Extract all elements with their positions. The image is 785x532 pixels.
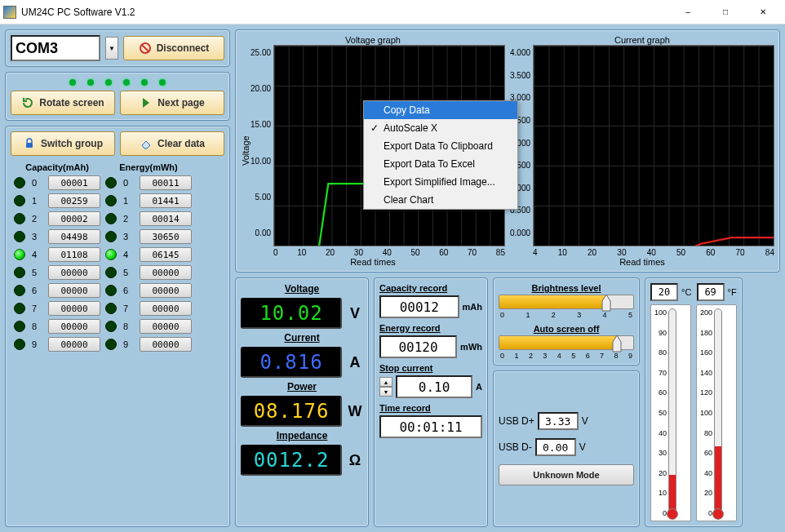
nav-panel: Rotate screen Next page [5, 72, 230, 121]
group-indicator[interactable] [14, 285, 25, 296]
group-indicator[interactable] [14, 267, 25, 278]
group-capacity: 00000 [48, 337, 100, 352]
svg-rect-1 [26, 143, 33, 148]
disconnect-icon [139, 42, 152, 55]
chart-context-menu: Copy Data✓AutoScale XExport Data To Clip… [363, 100, 518, 210]
screenoff-slider[interactable] [499, 335, 634, 350]
com-port-dropdown[interactable]: ▼ [105, 37, 118, 60]
status-leds [11, 78, 224, 87]
minimize-button[interactable]: – [669, 0, 707, 24]
group-energy: 06145 [140, 247, 192, 262]
group-indicator[interactable] [105, 339, 117, 350]
group-indicator[interactable] [105, 213, 117, 224]
group-indicator[interactable] [105, 177, 117, 188]
com-port-display: COM3 [11, 35, 100, 61]
thermometer-celsius: 1009080706050403020100 [654, 308, 687, 517]
titlebar: UM24C PC Software V1.2 – □ ✕ [0, 0, 785, 24]
group-indicator[interactable] [14, 195, 25, 206]
group-indicator[interactable] [105, 321, 117, 332]
disconnect-button[interactable]: Disconnect [123, 36, 224, 60]
usb-dp-value: 3.33 [538, 412, 579, 430]
rotate-icon [21, 96, 34, 109]
group-energy: 00000 [140, 319, 192, 334]
group-capacity: 04498 [48, 229, 100, 244]
records-panel: Capacity record 00012mAh Energy record 0… [374, 277, 488, 527]
group-capacity: 00002 [48, 211, 100, 226]
brightness-slider[interactable] [499, 295, 634, 309]
group-indicator[interactable] [14, 321, 25, 332]
eraser-icon [140, 137, 153, 150]
rotate-screen-button[interactable]: Rotate screen [11, 91, 115, 115]
close-button[interactable]: ✕ [744, 0, 782, 24]
group-energy: 00000 [140, 301, 192, 316]
group-capacity: 00000 [48, 283, 100, 298]
group-capacity: 01108 [48, 247, 100, 262]
temperature-panel: 20 °C 69 °F 1009080706050403020100 [645, 277, 743, 527]
group-energy: 00000 [140, 337, 192, 352]
brightness-thumb[interactable] [601, 293, 611, 313]
group-capacity: 00259 [48, 193, 100, 208]
group-indicator[interactable] [105, 303, 117, 314]
usb-panel: USB D+3.33V USB D-0.00V Unknown Mode [493, 370, 640, 527]
group-indicator[interactable] [14, 249, 25, 260]
usb-mode-button[interactable]: Unknown Mode [499, 464, 634, 485]
switch-group-button[interactable]: Switch group [11, 131, 115, 156]
group-energy: 01441 [140, 193, 192, 208]
maximize-button[interactable]: □ [707, 0, 744, 24]
capacity-header: Capacity(mAh) [14, 162, 100, 172]
connection-panel: COM3 ▼ Disconnect [5, 29, 230, 67]
energy-header: Energy(mWh) [105, 162, 192, 172]
group-indicator[interactable] [14, 177, 25, 188]
next-page-button[interactable]: Next page [120, 91, 224, 115]
group-indicator[interactable] [105, 267, 117, 278]
current-reading: 0.816 [241, 347, 342, 378]
thermometer-fahrenheit: 200180160140120100806040200 [700, 308, 733, 517]
temp-c-value: 20 [650, 283, 678, 301]
group-indicator[interactable] [105, 249, 117, 260]
group-capacity: 00000 [48, 301, 100, 316]
group-indicator[interactable] [14, 213, 25, 224]
context-menu-item[interactable]: Export Simplified Image... [364, 173, 517, 191]
context-menu-item[interactable]: Clear Chart [364, 191, 517, 209]
context-menu-item[interactable]: Export Data To Clipboard [364, 137, 517, 155]
power-reading: 08.176 [241, 396, 342, 427]
group-indicator[interactable] [14, 339, 25, 350]
group-indicator[interactable] [14, 231, 25, 242]
impedance-reading: 0012.2 [241, 445, 342, 476]
group-energy: 00011 [140, 175, 192, 190]
context-menu-item[interactable]: ✓AutoScale X [364, 119, 517, 137]
group-capacity: 00001 [48, 175, 100, 190]
stop-current-value[interactable]: 0.10 [396, 375, 472, 398]
stop-current-up[interactable]: ▲ [379, 377, 392, 387]
sliders-panel: Brightness level 012345 Auto screen off [493, 277, 640, 366]
temp-f-value: 69 [697, 283, 725, 301]
groups-panel: Switch group Clear data Capacity(mAh) En… [5, 126, 230, 527]
current-graph: Current graph 4.0003.5003.0002.5002.0001… [510, 35, 774, 267]
app-icon [3, 6, 16, 19]
group-indicator[interactable] [105, 231, 117, 242]
next-icon [140, 96, 153, 109]
energy-record-value: 00120 [379, 335, 457, 358]
meters-panel: Voltage 10.02V Current 0.816A Power 08.1… [235, 277, 369, 527]
lock-icon [23, 137, 36, 150]
group-energy: 00000 [140, 283, 192, 298]
context-menu-item[interactable]: Export Data To Excel [364, 155, 517, 173]
voltage-reading: 10.02 [241, 298, 342, 329]
clear-data-button[interactable]: Clear data [120, 131, 224, 156]
group-indicator[interactable] [105, 195, 117, 206]
context-menu-item[interactable]: Copy Data [364, 101, 517, 119]
group-capacity: 00000 [48, 319, 100, 334]
capacity-record-value: 00012 [379, 295, 459, 318]
window-title: UM24C PC Software V1.2 [21, 7, 669, 18]
stop-current-down[interactable]: ▼ [379, 387, 392, 397]
group-energy: 00014 [140, 211, 192, 226]
group-indicator[interactable] [105, 285, 117, 296]
group-energy: 00000 [140, 265, 192, 280]
screenoff-thumb[interactable] [612, 334, 622, 353]
group-indicator[interactable] [14, 303, 25, 314]
time-record-value: 00:01:11 [379, 415, 482, 438]
voltage-graph: Voltage graph Voltage 25.0020.0015.0010.… [241, 35, 505, 267]
group-energy: 30650 [140, 229, 192, 244]
current-plot-area[interactable] [533, 45, 774, 246]
usb-dm-value: 0.00 [535, 438, 576, 456]
